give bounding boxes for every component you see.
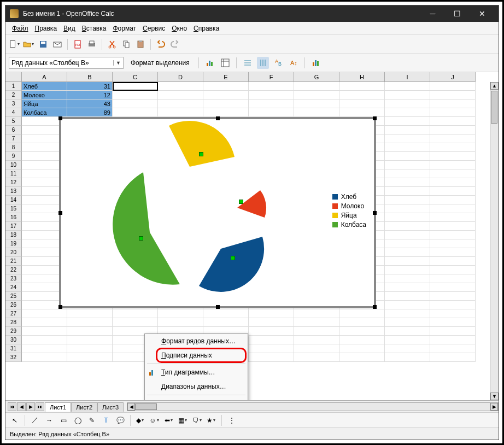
ctx-chart-type[interactable]: Тип диаграммы… <box>145 365 248 379</box>
save-button[interactable] <box>37 38 49 50</box>
cell[interactable] <box>385 239 430 248</box>
paste-button[interactable] <box>134 38 146 50</box>
row-header[interactable]: 26 <box>5 301 22 309</box>
cell[interactable] <box>430 222 476 231</box>
select-all-corner[interactable] <box>5 72 22 82</box>
chart-type-icon[interactable] <box>204 57 216 69</box>
tab-next[interactable]: ▶ <box>26 402 35 411</box>
menu-insert[interactable]: Вставка <box>79 23 110 34</box>
cell[interactable] <box>385 274 430 283</box>
open-button[interactable]: ▾ <box>23 38 35 50</box>
menu-window[interactable]: Окно <box>168 23 190 34</box>
cell[interactable] <box>385 152 430 161</box>
print-button[interactable] <box>86 38 98 50</box>
scroll-down-arrow[interactable]: ▼ <box>490 393 499 400</box>
vertical-scrollbar[interactable]: ▲ ▼ <box>490 82 499 400</box>
resize-handle[interactable] <box>216 116 220 120</box>
cell[interactable] <box>249 108 294 117</box>
cut-button[interactable] <box>106 38 118 50</box>
cell[interactable] <box>67 327 113 336</box>
cell[interactable] <box>203 309 249 318</box>
row-header[interactable]: 27 <box>5 309 22 318</box>
cell[interactable] <box>249 353 294 362</box>
pdf-button[interactable]: PDF <box>72 38 84 50</box>
cell[interactable] <box>385 301 430 309</box>
slice-handle[interactable] <box>199 152 203 156</box>
cell[interactable] <box>430 108 476 117</box>
row-header[interactable]: 14 <box>5 196 22 204</box>
cell[interactable] <box>430 292 476 301</box>
resize-handle[interactable] <box>58 211 62 215</box>
cell[interactable] <box>385 283 430 292</box>
cell[interactable] <box>22 318 67 327</box>
row-header[interactable]: 25 <box>5 292 22 301</box>
cell[interactable] <box>385 134 430 143</box>
cell[interactable] <box>385 82 430 91</box>
pie-slice-moloko[interactable] <box>237 190 266 218</box>
cell[interactable] <box>430 169 476 178</box>
block-arrows-icon[interactable]: ⬅▾ <box>163 414 175 426</box>
cell[interactable] <box>430 239 476 248</box>
row-header[interactable]: 29 <box>5 327 22 336</box>
cell[interactable] <box>430 178 476 187</box>
tab-last[interactable]: ⏭ <box>36 402 44 411</box>
cell[interactable] <box>385 344 430 353</box>
cell[interactable] <box>430 161 476 169</box>
col-header[interactable]: D <box>158 72 203 82</box>
pie-chart[interactable] <box>68 120 303 306</box>
cell[interactable] <box>294 82 339 91</box>
cell[interactable] <box>339 91 385 99</box>
cell[interactable] <box>430 143 476 152</box>
chart-object[interactable]: Хлеб Молоко Яйца Колбаса <box>59 117 376 308</box>
row-header[interactable]: 13 <box>5 187 22 196</box>
cell[interactable] <box>203 91 249 99</box>
cell[interactable] <box>294 353 339 362</box>
cell[interactable] <box>385 327 430 336</box>
cell[interactable] <box>385 292 430 301</box>
cell[interactable] <box>385 196 430 204</box>
pie-slice-kolbasa[interactable] <box>113 172 180 285</box>
cell[interactable] <box>22 327 67 336</box>
cell[interactable] <box>430 344 476 353</box>
maximize-button[interactable]: ☐ <box>445 5 470 22</box>
row-header[interactable]: 7 <box>5 134 22 143</box>
cell[interactable] <box>67 318 113 327</box>
cell[interactable] <box>203 99 249 108</box>
cell[interactable] <box>113 91 158 99</box>
col-header[interactable]: J <box>430 72 476 82</box>
text-icon[interactable]: T <box>100 414 112 426</box>
scroll-left-arrow[interactable]: ◀ <box>127 403 135 411</box>
cell[interactable] <box>430 336 476 344</box>
cell[interactable]: 89 <box>67 108 113 117</box>
col-header[interactable]: E <box>203 72 249 82</box>
cell[interactable] <box>339 309 385 318</box>
resize-handle[interactable] <box>58 305 62 309</box>
cell[interactable] <box>385 99 430 108</box>
cell[interactable] <box>249 309 294 318</box>
cell[interactable] <box>294 327 339 336</box>
cell[interactable] <box>385 187 430 196</box>
row-header[interactable]: 2 <box>5 91 22 99</box>
rect-icon[interactable]: ▭ <box>57 414 69 426</box>
cell[interactable] <box>294 91 339 99</box>
row-header[interactable]: 9 <box>5 152 22 161</box>
cell[interactable]: Хлеб <box>22 82 67 91</box>
col-header[interactable]: C <box>113 72 158 82</box>
cell[interactable] <box>249 318 294 327</box>
cell[interactable] <box>430 187 476 196</box>
menu-file[interactable]: Файл <box>9 23 32 34</box>
format-selection-button[interactable]: Формат выделения <box>127 57 194 69</box>
row-header[interactable]: 8 <box>5 143 22 152</box>
cell[interactable] <box>67 309 113 318</box>
cell[interactable] <box>22 344 67 353</box>
cell[interactable] <box>430 99 476 108</box>
row-header[interactable]: 23 <box>5 274 22 283</box>
menu-edit[interactable]: Правка <box>32 23 61 34</box>
row-header[interactable]: 20 <box>5 248 22 257</box>
undo-button[interactable] <box>155 38 167 50</box>
cell[interactable] <box>339 327 385 336</box>
freeform-icon[interactable]: ✎ <box>86 414 98 426</box>
row-header[interactable]: 19 <box>5 239 22 248</box>
scroll-up-arrow[interactable]: ▲ <box>490 82 499 90</box>
cell[interactable] <box>249 336 294 344</box>
